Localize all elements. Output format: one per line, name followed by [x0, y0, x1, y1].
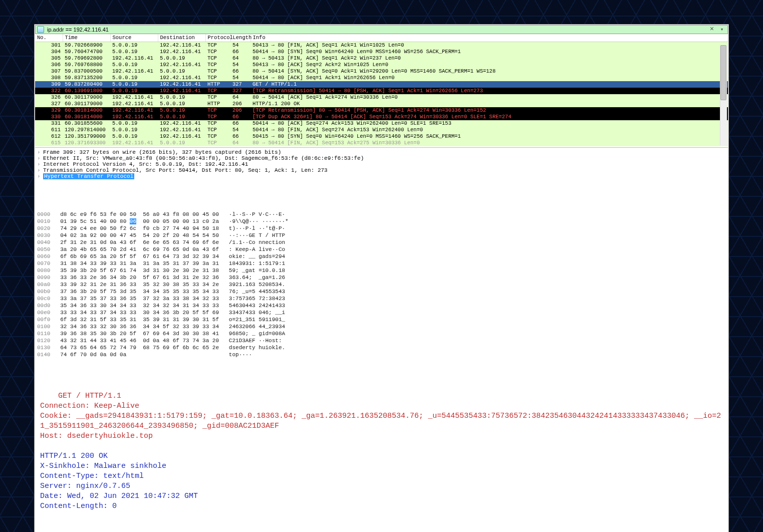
packet-cell: 5.0.0.19 [158, 107, 205, 114]
packet-row[interactable]: 612120.3517990005.0.0.19192.42.116.41TCP… [35, 133, 728, 140]
packet-cell: 615 [35, 140, 63, 146]
packet-cell: 5.0.0.19 [158, 114, 205, 120]
packet-cell: TCP [205, 140, 230, 146]
packet-cell: 5.0.0.19 [110, 88, 158, 94]
packet-cell: 64 [230, 55, 250, 62]
packet-cell: HTTP [205, 101, 230, 107]
packet-cell: 5.0.0.19 [110, 133, 158, 140]
col-source[interactable]: Source [110, 34, 158, 42]
packet-cell: 59.837000500 [63, 68, 110, 75]
packet-cell: 327 [35, 101, 63, 107]
detail-tcp[interactable]: ›Transmission Control Protocol, Src Port… [37, 167, 726, 173]
packet-cell: TCP [205, 75, 230, 81]
packet-cell: 59.837280400 [63, 81, 110, 88]
packet-cell: 50414 → 80 [ACK] Seq=1 Ack=1 Win=262656 … [250, 75, 728, 81]
packet-row[interactable]: 30659.7697688005.0.0.19192.42.116.41TCP5… [35, 62, 728, 68]
packet-cell: 59.769768800 [63, 62, 110, 68]
packet-row[interactable]: 33060.301814000192.42.116.415.0.0.19TCP6… [35, 114, 728, 120]
packet-cell: [TCP Retransmission] 50414 → 80 [PSH, AC… [250, 88, 728, 94]
packet-cell: 322 [35, 88, 63, 94]
packet-cell: 192.42.116.41 [158, 49, 205, 55]
packet-cell: 5.0.0.19 [110, 42, 158, 49]
packet-row[interactable]: 32760.301179000192.42.116.415.0.0.19HTTP… [35, 101, 728, 107]
packet-row[interactable]: 30959.8372804005.0.0.19192.42.116.41HTTP… [35, 81, 728, 88]
packet-cell: 307 [35, 68, 63, 75]
packet-row[interactable]: 32260.1396918005.0.0.19192.42.116.41TCP3… [35, 88, 728, 94]
packet-cell: 5.0.0.19 [158, 94, 205, 101]
col-destination[interactable]: Destination [158, 34, 205, 42]
packet-cell: 192.42.116.41 [110, 101, 158, 107]
packet-cell: 54 [230, 127, 250, 133]
scrollbar[interactable] [720, 45, 727, 145]
packet-list-header[interactable]: No. Time Source Destination Protocol Len… [35, 34, 728, 42]
detail-http[interactable]: ›Hypertext Transfer Protocol [37, 173, 726, 179]
display-filter-input[interactable] [46, 26, 706, 33]
packet-cell: TCP [205, 49, 230, 55]
packet-cell: 611 [35, 127, 63, 133]
col-protocol[interactable]: Protocol [205, 34, 230, 42]
packet-row[interactable]: 30559.769692800192.42.116.415.0.0.19TCP6… [35, 55, 728, 62]
packet-cell: 5.0.0.19 [158, 55, 205, 62]
packet-cell: 54 [230, 75, 250, 81]
packet-cell: 5.0.0.19 [110, 120, 158, 127]
packet-cell: 192.42.116.41 [110, 107, 158, 114]
packet-cell: 5.0.0.19 [110, 75, 158, 81]
packet-cell: 192.42.116.41 [158, 81, 205, 88]
packet-row[interactable]: 30759.837000500192.42.116.415.0.0.19TCP6… [35, 68, 728, 75]
scrollbar-thumb[interactable] [720, 45, 726, 100]
packet-row[interactable]: 30459.7604747005.0.0.19192.42.116.41TCP6… [35, 49, 728, 55]
detail-http-text: Hypertext Transfer Protocol [43, 173, 134, 179]
detail-frame[interactable]: ›Frame 309: 327 bytes on wire (2616 bits… [37, 149, 726, 155]
packet-cell: 66 [230, 133, 250, 140]
packet-row[interactable]: 32960.301814000192.42.116.415.0.0.19TCP2… [35, 107, 728, 114]
packet-cell: 80 → 50414 [SYN, ACK] Seq=0 Ack=1 Win=29… [250, 68, 728, 75]
packet-cell: TCP [205, 88, 230, 94]
packet-cell: 66 [230, 68, 250, 75]
packet-cell: 331 [35, 120, 63, 127]
packet-cell: HTTP [205, 81, 230, 88]
wireshark-window: ✕ ▾ No. Time Source Destination Protocol… [34, 24, 729, 532]
packet-cell: 192.42.116.41 [158, 133, 205, 140]
detail-ethernet[interactable]: ›Ethernet II, Src: VMware_a0:43:f8 (00:5… [37, 155, 726, 161]
filter-dropdown-icon[interactable]: ▾ [718, 26, 726, 33]
packet-row[interactable]: 611120.2978140005.0.0.19192.42.116.41TCP… [35, 127, 728, 133]
packet-cell: 192.42.116.41 [158, 127, 205, 133]
packet-cell: TCP [205, 62, 230, 68]
detail-ip[interactable]: ›Internet Protocol Version 4, Src: 5.0.0… [37, 161, 726, 167]
packet-cell: TCP [205, 114, 230, 120]
packet-cell: 308 [35, 75, 63, 81]
packet-cell: 330 [35, 114, 63, 120]
packet-cell: 54 [230, 62, 250, 68]
packet-list-pane: No. Time Source Destination Protocol Len… [35, 34, 728, 146]
packet-cell: 59.837135200 [63, 75, 110, 81]
col-no[interactable]: No. [35, 34, 63, 42]
packet-cell: 50413 → 80 [ACK] Seq=2 Ack=2 Win=1025 Le… [250, 62, 728, 68]
filter-clear-icon[interactable]: ✕ [708, 26, 716, 33]
packet-cell: 192.42.116.41 [110, 68, 158, 75]
packet-row[interactable]: 32660.301179000192.42.116.415.0.0.19TCP6… [35, 94, 728, 101]
stream-response: HTTP/1.1 200 OK X-Sinkhole: Malware sink… [40, 452, 198, 510]
packet-cell: 60.301814000 [63, 114, 110, 120]
packet-cell: 329 [35, 107, 63, 114]
follow-stream-pane: GET / HTTP/1.1 Connection: Keep-Alive Co… [35, 361, 728, 532]
packet-cell: 304 [35, 49, 63, 55]
packet-row[interactable]: 615120.371693300192.42.116.415.0.0.19TCP… [35, 140, 728, 146]
packet-cell: 120.371693300 [63, 140, 110, 146]
packet-cell: 120.351799000 [63, 133, 110, 140]
col-info[interactable]: Info [250, 34, 728, 42]
packet-cell: 5.0.0.19 [110, 62, 158, 68]
detail-frame-text: Frame 309: 327 bytes on wire (2616 bits)… [43, 149, 281, 155]
packet-cell: 192.42.116.41 [158, 62, 205, 68]
packet-row[interactable]: 30859.8371352005.0.0.19192.42.116.41TCP5… [35, 75, 728, 81]
packet-cell: 301 [35, 42, 63, 49]
col-time[interactable]: Time [63, 34, 110, 42]
packet-cell: 66 [230, 114, 250, 120]
packet-cell: 64 [230, 94, 250, 101]
packet-row[interactable]: 33160.3018556005.0.0.19192.42.116.41TCP6… [35, 120, 728, 127]
packet-cell: 309 [35, 81, 63, 88]
packet-cell: 5.0.0.19 [158, 68, 205, 75]
packet-cell: GET / HTTP/1.1 [250, 81, 728, 88]
packet-row[interactable]: 30159.7026689005.0.0.19192.42.116.41TCP5… [35, 42, 728, 49]
packet-bytes-pane[interactable]: 0000 d8 6c e9 f6 53 fe 00 50 56 a0 43 f8… [35, 181, 728, 361]
col-length[interactable]: Length [230, 34, 250, 42]
